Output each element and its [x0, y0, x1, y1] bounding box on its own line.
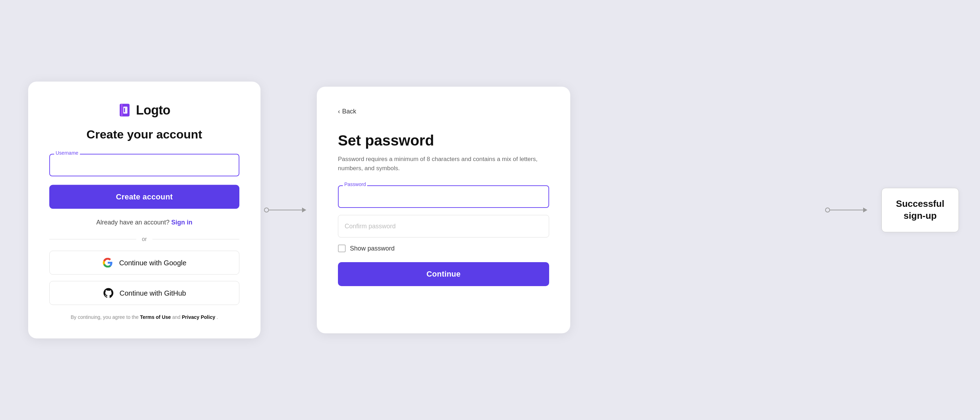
show-password-checkbox[interactable]	[338, 244, 346, 252]
password-input-group: Password	[338, 185, 549, 208]
divider-line-left	[49, 239, 136, 239]
back-chevron-icon: ‹	[338, 108, 340, 115]
create-account-button[interactable]: Create account	[49, 185, 239, 209]
svg-rect-2	[123, 107, 127, 114]
arrow-circle-1	[264, 208, 269, 212]
svg-rect-3	[124, 108, 125, 112]
main-layout: Logto Create your account Username Creat…	[0, 0, 980, 420]
logo-text: Logto	[136, 103, 170, 118]
arrow-line-2	[825, 208, 867, 212]
set-password-title: Set password	[338, 132, 549, 149]
back-button[interactable]: ‹ Back	[338, 108, 549, 115]
arrow-circle-2	[825, 208, 830, 212]
confirm-password-input[interactable]	[338, 215, 549, 238]
create-account-title: Create your account	[87, 128, 202, 141]
github-icon	[103, 287, 114, 299]
right-card: ‹ Back Set password Password requires a …	[317, 87, 570, 333]
username-input[interactable]	[49, 154, 239, 177]
password-label: Password	[343, 182, 367, 187]
arrow-shaft-1	[269, 210, 302, 210]
show-password-row: Show password	[338, 244, 549, 252]
arrow-head-1	[302, 208, 306, 212]
github-button[interactable]: Continue with GitHub	[49, 281, 239, 305]
success-text: Successful sign-up	[896, 198, 944, 221]
username-label: Username	[54, 150, 80, 156]
terms-text: By continuing, you agree to the Terms of…	[71, 314, 218, 321]
password-input[interactable]	[338, 185, 549, 208]
continue-button[interactable]: Continue	[338, 262, 549, 286]
divider-text: or	[142, 236, 147, 243]
google-button[interactable]: Continue with Google	[49, 251, 239, 275]
arrow-line-1	[264, 208, 306, 212]
github-button-label: Continue with GitHub	[120, 289, 186, 297]
left-card: Logto Create your account Username Creat…	[28, 82, 261, 339]
back-button-label: Back	[342, 108, 356, 115]
arrow-head-2	[863, 208, 867, 212]
divider: or	[49, 236, 239, 243]
logo-area: Logto	[118, 103, 170, 118]
google-icon	[102, 257, 113, 268]
privacy-link[interactable]: Privacy Policy	[182, 314, 215, 320]
divider-line-right	[153, 239, 239, 239]
google-button-label: Continue with Google	[119, 259, 186, 267]
logto-logo-icon	[118, 103, 132, 117]
success-box: Successful sign-up	[881, 188, 959, 232]
show-password-label[interactable]: Show password	[350, 245, 395, 252]
already-account-text: Already have an account? Sign in	[96, 219, 192, 226]
sign-in-link[interactable]: Sign in	[172, 219, 192, 226]
arrow-connector-2	[825, 208, 867, 212]
arrow-connector-1	[264, 208, 306, 212]
svg-rect-1	[121, 104, 123, 117]
terms-link[interactable]: Terms of Use	[140, 314, 171, 320]
username-input-group: Username	[49, 154, 239, 177]
arrow-shaft-2	[830, 210, 863, 210]
password-hint: Password requires a minimum of 8 charact…	[338, 155, 549, 172]
